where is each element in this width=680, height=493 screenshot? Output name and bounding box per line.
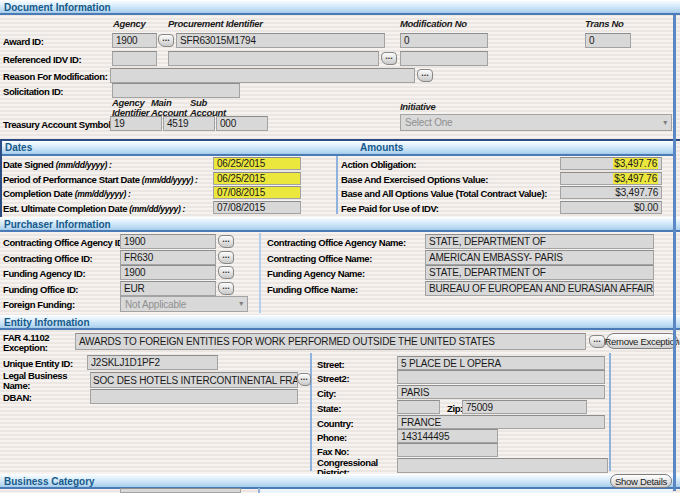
date-signed-label: Date Signed (mm/dd/yyyy) : <box>3 159 112 170</box>
legal-business-name-field[interactable]: SOC DES HOTELS INTERCONTINENTAL FRA <box>90 372 298 388</box>
column-header-main-account: MainAccount <box>151 98 187 117</box>
referenced-idv-modification-field[interactable] <box>400 51 488 66</box>
action-obligation-field[interactable]: $3,497.76 <box>560 157 662 170</box>
initiative-select[interactable]: Select One ▾ <box>400 114 672 131</box>
fax-field[interactable] <box>397 443 498 457</box>
solicitation-id-label: Solicitation ID: <box>3 86 63 97</box>
contracting-office-name-field[interactable]: AMERICAN EMBASSY- PARIS <box>425 250 654 265</box>
funding-office-id-lookup-button[interactable]: ... <box>218 282 234 295</box>
contracting-office-id-lookup-button[interactable]: ... <box>218 251 234 264</box>
chevron-down-icon: ▾ <box>663 119 667 127</box>
base-exercised-options-field[interactable]: $3,497.76 <box>560 172 662 185</box>
completion-date-field[interactable]: 07/08/2015 <box>213 186 301 199</box>
treasury-sub-account-field[interactable]: 000 <box>216 116 268 131</box>
referenced-idv-label: Referenced IDV ID: <box>3 54 81 65</box>
completion-date-label: Completion Date (mm/dd/yyyy) : <box>3 188 131 199</box>
est-ultimate-completion-date-field[interactable]: 07/08/2015 <box>213 201 301 214</box>
phone-field[interactable]: 143144495 <box>397 429 498 443</box>
reason-for-modification-lookup-button[interactable]: ... <box>417 69 433 82</box>
award-procurement-identifier-field[interactable]: SFR63015M1794 <box>176 33 385 48</box>
country-field[interactable]: FRANCE <box>397 415 605 429</box>
street-field[interactable]: 5 PLACE DE L OPERA <box>397 356 605 370</box>
column-header-initiative: Initiative <box>400 102 436 112</box>
pop-start-date-label: Period of Performance Start Date (mm/dd/… <box>3 174 198 185</box>
zip-field[interactable]: 75009 <box>462 400 587 414</box>
award-id-label: Award ID: <box>3 36 44 47</box>
state-field[interactable] <box>397 400 440 414</box>
business-category-partial-field[interactable] <box>120 488 241 493</box>
remove-exception-button[interactable]: Remove Exception <box>606 333 678 349</box>
initiative-selected-value: Select One <box>405 117 452 128</box>
base-all-options-label: Base and All Options Value (Total Contra… <box>341 188 547 199</box>
base-all-options-field[interactable]: $3,497.76 <box>560 186 662 199</box>
street-label: Street: <box>317 359 344 370</box>
far-exception-field[interactable]: AWARDS TO FOREIGN ENTITIES FOR WORK PERF… <box>75 333 586 350</box>
award-agency-lookup-button[interactable]: ... <box>158 34 174 47</box>
contracting-office-agency-id-field[interactable]: 1900 <box>120 234 216 249</box>
dates-section-title: Dates <box>5 142 32 153</box>
legal-business-name-lookup-button[interactable]: ... <box>297 373 311 386</box>
column-header-sub-account: SubAccount <box>190 98 226 117</box>
pop-start-date-field[interactable]: 06/25/2015 <box>213 172 301 185</box>
unique-entity-id-label: Unique Entity ID: <box>3 358 73 369</box>
referenced-idv-agency-field[interactable] <box>112 51 157 66</box>
funding-agency-name-label: Funding Agency Name: <box>267 268 365 279</box>
funding-office-id-label: Funding Office ID: <box>3 284 78 295</box>
completion-date-label-text: Completion Date <box>3 188 72 199</box>
contracting-office-id-field[interactable]: FR630 <box>120 250 216 265</box>
column-header-agency-identifier: AgencyIdentifier <box>112 98 149 117</box>
foreign-funding-label: Foreign Funding: <box>3 299 75 310</box>
funding-agency-id-field[interactable]: 1900 <box>120 265 216 280</box>
column-header-agency: Agency <box>113 19 146 29</box>
show-details-button[interactable]: Show Details <box>610 474 672 488</box>
street2-label: Street2: <box>317 373 349 384</box>
far-exception-label-line2: Exception: <box>3 342 48 353</box>
referenced-idv-id-field[interactable] <box>168 51 379 66</box>
foreign-funding-select[interactable]: Not Applicable ▾ <box>120 296 248 312</box>
dban-field[interactable] <box>90 389 298 404</box>
funding-agency-id-lookup-button[interactable]: ... <box>218 266 234 279</box>
congressional-district-field[interactable] <box>397 458 608 473</box>
state-label: State: <box>317 403 341 414</box>
business-category-partial-panel <box>261 489 672 493</box>
entity-column-divider <box>310 353 312 471</box>
award-trans-no-field[interactable]: 0 <box>585 33 631 48</box>
purchaser-column-divider <box>259 233 261 313</box>
contracting-office-agency-id-lookup-button[interactable]: ... <box>218 235 234 248</box>
treasury-agency-identifier-field[interactable]: 19 <box>110 116 162 131</box>
est-ultimate-label-text: Est. Ultimate Completion Date <box>3 203 127 214</box>
column-header-trans-no: Trans No <box>585 19 624 29</box>
award-modification-no-field[interactable]: 0 <box>400 33 488 48</box>
entity-section-title: Entity Information <box>4 317 90 328</box>
funding-agency-id-label: Funding Agency ID: <box>3 268 85 279</box>
city-field[interactable]: PARIS <box>397 385 605 399</box>
far-exception-lookup-button[interactable]: ... <box>589 335 605 348</box>
fpds-contract-form: Document Information Agency Procurement … <box>0 0 680 493</box>
fee-paid-idv-field[interactable]: $0.00 <box>560 201 662 214</box>
solicitation-id-field[interactable] <box>112 83 240 98</box>
legal-business-name-label-line2: Name: <box>3 380 30 391</box>
contracting-office-agency-name-field[interactable]: STATE, DEPARTMENT OF <box>425 234 654 249</box>
pop-start-date-label-text: Period of Performance Start Date <box>3 174 140 185</box>
funding-agency-name-field[interactable]: STATE, DEPARTMENT OF <box>425 265 654 280</box>
window-right-border <box>673 15 676 491</box>
column-header-procurement-identifier: Procurement Identifier <box>168 19 263 29</box>
street2-field[interactable] <box>397 370 605 384</box>
funding-office-id-field[interactable]: EUR <box>120 281 216 296</box>
fax-label: Fax No: <box>317 446 349 457</box>
action-obligation-value: $3,497.76 <box>613 158 658 169</box>
funding-office-name-label: Funding Office Name: <box>267 284 358 295</box>
contracting-office-name-label: Contracting Office Name: <box>267 253 372 264</box>
contracting-office-agency-name-label: Contracting Office Agency Name: <box>267 237 406 248</box>
reason-for-modification-field[interactable] <box>110 68 415 83</box>
contracting-office-agency-id-label: Contracting Office Agency ID: <box>3 237 126 248</box>
date-signed-field[interactable]: 06/25/2015 <box>213 157 301 170</box>
funding-office-name-field[interactable]: BUREAU OF EUROPEAN AND EURASIAN AFFAIRS <box>425 281 654 296</box>
referenced-idv-lookup-button[interactable]: ... <box>381 52 397 65</box>
business-category-title: Business Category <box>4 476 95 487</box>
unique-entity-id-field[interactable]: J2SKLJ1D1PF2 <box>87 355 218 370</box>
purchaser-section-title: Purchaser Information <box>4 219 111 230</box>
purchaser-information-header: Purchaser Information <box>0 217 680 232</box>
treasury-main-account-field[interactable]: 4519 <box>163 116 215 131</box>
award-agency-field[interactable]: 1900 <box>112 33 157 48</box>
